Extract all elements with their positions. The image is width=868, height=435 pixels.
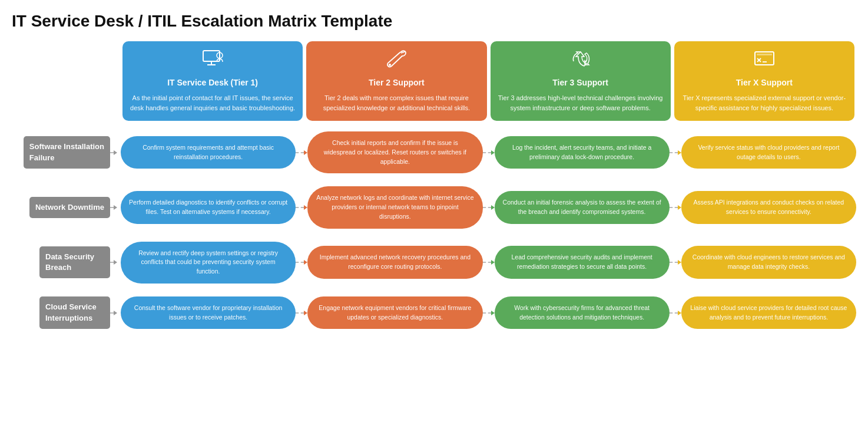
label-col-empty (12, 41, 121, 121)
monitor-person-icon (128, 48, 297, 73)
row-1-label-arrow (110, 205, 117, 210)
row-3-pill-0: Consult the software vendor for propriet… (121, 296, 296, 329)
row-1-pill-1: Analyze network logs and coordinate with… (307, 186, 482, 228)
row-1-cell-3: Assess API integrations and conduct chec… (681, 191, 856, 224)
row-1-pill-2: Conduct an initial forensic analysis to … (495, 191, 670, 224)
row-1-label: Network Downtime (29, 197, 110, 218)
row-0-pill-1: Check initial reports and confirm if the… (307, 131, 482, 173)
spacer4 (12, 287, 856, 293)
tier2-header: Tier 2 Support Tier 2 deals with more co… (306, 41, 486, 121)
row-1-tiers: Perform detailed diagnostics to identify… (121, 186, 856, 228)
row-0-label: Software InstallationFailure (24, 136, 110, 168)
row-3-cell-2: Work with cybersecurity firms for advanc… (495, 296, 670, 329)
row-2-cell-3: Coordinate with cloud engineers to resto… (681, 246, 856, 279)
row-1-pill-0: Perform detailed diagnostics to identify… (121, 191, 296, 224)
row-0-label-arrow (110, 150, 117, 155)
tier1-desc: As the initial point of contact for all … (128, 93, 297, 113)
row-0: Software InstallationFailure Confirm sys… (12, 131, 856, 173)
row-3-label-arrow (110, 311, 117, 315)
row-1: Network Downtime Perform detailed diagno… (12, 186, 856, 228)
tier3-desc: Tier 3 addresses high-level technical ch… (496, 93, 665, 113)
row-1-arrow-0 (296, 205, 307, 210)
row-3-pill-3: Liaise with cloud service providers for … (681, 296, 856, 329)
tier2-desc: Tier 2 deals with more complex issues th… (312, 93, 481, 113)
row-0-cell-2: Log the incident, alert security teams, … (495, 136, 670, 169)
tierX-name: Tier X Support (680, 78, 849, 87)
header-row: IT Service Desk (Tier 1) As the initial … (12, 41, 856, 121)
row-1-cell-0: Perform detailed diagnostics to identify… (121, 191, 296, 224)
row-1-label-wrap: Network Downtime (12, 197, 121, 218)
tier1-header-col: IT Service Desk (Tier 1) As the initial … (121, 41, 304, 121)
svg-point-4 (389, 64, 391, 66)
matrix-container: IT Service Desk (Tier 1) As the initial … (12, 41, 856, 332)
row-3-pill-1: Engage network equipment vendors for cri… (307, 296, 482, 329)
row-3-arrow-0 (296, 311, 307, 315)
row-2-tiers: Review and rectify deep system settings … (121, 242, 856, 284)
tier-headers: IT Service Desk (Tier 1) As the initial … (121, 41, 856, 121)
row-0-pill-0: Confirm system requirements and attempt … (121, 136, 296, 169)
row-2-label-arrow (110, 260, 117, 265)
row-0-arrow-2 (670, 150, 681, 155)
row-0-tiers: Confirm system requirements and attempt … (121, 131, 856, 173)
row-2-label-wrap: Data SecurityBreach (12, 246, 121, 278)
row-2-pill-2: Lead comprehensive security audits and i… (495, 246, 670, 279)
row-3-label: Cloud ServiceInterruptions (39, 296, 110, 328)
row-1-arrow-2 (670, 205, 681, 210)
row-1-cell-1: Analyze network logs and coordinate with… (307, 186, 482, 228)
row-0-label-wrap: Software InstallationFailure (12, 136, 121, 168)
row-0-arrow-0 (296, 150, 307, 155)
wrench-icon (312, 48, 481, 73)
row-3-cell-1: Engage network equipment vendors for cri… (307, 296, 482, 329)
row-3-cell-3: Liaise with cloud service providers for … (681, 296, 856, 329)
row-3: Cloud ServiceInterruptions Consult the s… (12, 296, 856, 329)
tierX-header: Tier X Support Tier X represents special… (674, 41, 854, 121)
tier3-header: Tier 3 Support Tier 3 addresses high-lev… (491, 41, 671, 121)
recycle-arrows-icon (496, 48, 665, 73)
tierX-desc: Tier X represents specialized external s… (680, 93, 849, 113)
row-2-cell-1: Implement advanced network recovery proc… (307, 246, 482, 279)
row-2-cell-0: Review and rectify deep system settings … (121, 242, 296, 284)
row-3-arrow-1 (483, 311, 495, 315)
tierX-header-col: Tier X Support Tier X represents special… (672, 41, 856, 121)
tier1-name: IT Service Desk (Tier 1) (128, 78, 297, 87)
row-1-cell-2: Conduct an initial forensic analysis to … (495, 191, 670, 224)
row-2-arrow-0 (296, 260, 307, 265)
spacer1 (12, 121, 856, 128)
row-0-pill-3: Verify service status with cloud provide… (681, 136, 856, 169)
row-3-label-wrap: Cloud ServiceInterruptions (12, 296, 121, 328)
row-0-cell-3: Verify service status with cloud provide… (681, 136, 856, 169)
tier2-header-col: Tier 2 Support Tier 2 deals with more co… (304, 41, 488, 121)
row-0-arrow-1 (483, 150, 495, 155)
row-3-tiers: Consult the software vendor for propriet… (121, 296, 856, 329)
row-2-cell-2: Lead comprehensive security audits and i… (495, 246, 670, 279)
row-1-arrow-1 (483, 205, 495, 210)
row-3-arrow-2 (670, 311, 681, 315)
svg-rect-7 (757, 54, 772, 55)
row-3-cell-0: Consult the software vendor for propriet… (121, 296, 296, 329)
terminal-icon (680, 48, 849, 73)
page-title: IT Service Desk / ITIL Escalation Matrix… (12, 12, 856, 31)
row-2-arrow-1 (483, 260, 495, 265)
tier2-name: Tier 2 Support (312, 78, 481, 87)
tier3-name: Tier 3 Support (496, 78, 665, 87)
tier1-header: IT Service Desk (Tier 1) As the initial … (122, 41, 303, 121)
row-2-pill-0: Review and rectify deep system settings … (121, 242, 296, 284)
row-2-pill-3: Coordinate with cloud engineers to resto… (681, 246, 856, 279)
row-2-pill-1: Implement advanced network recovery proc… (307, 246, 482, 279)
row-3-pill-2: Work with cybersecurity firms for advanc… (495, 296, 670, 329)
row-2: Data SecurityBreach Review and rectify d… (12, 242, 856, 284)
tier3-header-col: Tier 3 Support Tier 3 addresses high-lev… (489, 41, 672, 121)
row-0-pill-2: Log the incident, alert security teams, … (495, 136, 670, 169)
row-0-cell-0: Confirm system requirements and attempt … (121, 136, 296, 169)
row-0-cell-1: Check initial reports and confirm if the… (307, 131, 482, 173)
row-1-pill-3: Assess API integrations and conduct chec… (681, 191, 856, 224)
spacer2 (12, 177, 856, 183)
spacer3 (12, 232, 856, 238)
row-2-label: Data SecurityBreach (39, 246, 110, 278)
row-2-arrow-2 (670, 260, 681, 265)
